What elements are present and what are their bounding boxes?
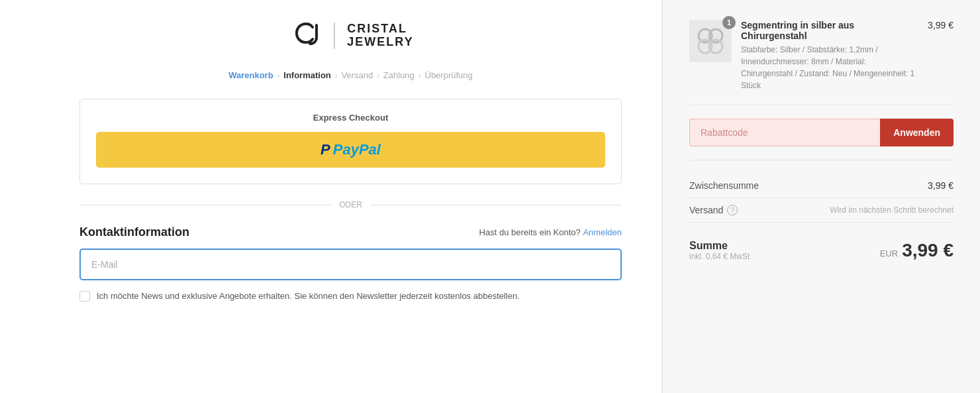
logo-icon <box>287 20 322 52</box>
product-image-wrap: 1 <box>689 20 732 62</box>
login-link[interactable]: Anmelden <box>583 227 622 237</box>
newsletter-label: Ich möchte News und exklusive Angebote e… <box>97 290 520 303</box>
or-divider: ODER <box>79 200 622 209</box>
express-checkout-box: Express Checkout P PayPal <box>79 99 622 184</box>
product-name: Segmentring in silber aus Chirurgenstahl <box>741 20 918 41</box>
total-currency: EUR <box>880 249 898 258</box>
total-row: Summe inkl. 0,64 € MwSt EUR 3,99 € <box>689 229 954 264</box>
chevron-icon-2: › <box>335 72 338 80</box>
discount-button[interactable]: Anwenden <box>880 119 954 146</box>
paypal-p-icon: P <box>320 141 330 158</box>
product-description: Stabfarbe: Silber / Stabstärke: 1,2mm / … <box>741 44 918 91</box>
email-input[interactable] <box>79 249 622 280</box>
product-item: 1 Segmentring in silber aus Chirurgensta… <box>689 20 954 105</box>
paypal-logo: P PayPal <box>320 141 381 158</box>
discount-input[interactable] <box>689 119 880 146</box>
breadcrumb-ueberpruefung: Überprüfung <box>425 70 473 80</box>
order-summary-panel: 1 Segmentring in silber aus Chirurgensta… <box>662 0 980 393</box>
subtotal-row: Zwischensumme 3,99 € <box>689 174 954 198</box>
chevron-icon-1: › <box>277 72 280 80</box>
login-prompt: Hast du bereits ein Konto? Anmelden <box>479 227 622 237</box>
chevron-icon-4: › <box>418 72 421 80</box>
email-input-wrapper <box>79 249 622 280</box>
total-label-block: Summe inkl. 0,64 € MwSt <box>689 240 750 261</box>
contact-section-header: Kontaktinformation Hast du bereits ein K… <box>79 225 622 239</box>
discount-row: Anwenden <box>689 119 954 160</box>
express-checkout-title: Express Checkout <box>96 113 605 123</box>
shipping-help-icon[interactable]: ? <box>727 205 738 215</box>
newsletter-checkbox[interactable] <box>79 291 90 302</box>
newsletter-row: Ich möchte News und exklusive Angebote e… <box>79 290 622 303</box>
subtotal-value: 3,99 € <box>928 180 954 191</box>
paypal-text-label: PayPal <box>333 141 381 158</box>
breadcrumb-versand: Versand <box>341 70 373 80</box>
breadcrumb-warenkorb[interactable]: Warenkorb <box>228 70 273 80</box>
contact-section-title: Kontaktinformation <box>79 225 189 239</box>
total-label: Summe <box>689 240 750 252</box>
shipping-value: Wird im nächsten Schritt berechnet <box>830 205 954 215</box>
breadcrumb: Warenkorb › Information › Versand › Zahl… <box>79 70 622 80</box>
logo-divider <box>334 23 335 49</box>
subtotal-label: Zwischensumme <box>689 180 759 191</box>
total-amount: 3,99 € <box>902 240 954 261</box>
shipping-row: Versand ? Wird im nächsten Schritt berec… <box>689 198 954 223</box>
logo-text: CRISTAL JEWELRY <box>347 23 413 49</box>
product-price: 3,99 € <box>928 20 954 30</box>
logo: CRISTAL JEWELRY <box>79 20 622 52</box>
summary-section: Zwischensumme 3,99 € Versand ? Wird im n… <box>689 174 954 223</box>
product-quantity-badge: 1 <box>722 16 736 29</box>
product-info: Segmentring in silber aus Chirurgenstahl… <box>741 20 918 91</box>
breadcrumb-information: Information <box>283 70 331 80</box>
total-value-block: EUR 3,99 € <box>880 240 954 261</box>
total-vat: inkl. 0,64 € MwSt <box>689 252 750 261</box>
chevron-icon-3: › <box>377 72 379 80</box>
shipping-label: Versand ? <box>689 205 738 215</box>
breadcrumb-zahlung: Zahlung <box>383 70 415 80</box>
paypal-button[interactable]: P PayPal <box>96 132 605 168</box>
